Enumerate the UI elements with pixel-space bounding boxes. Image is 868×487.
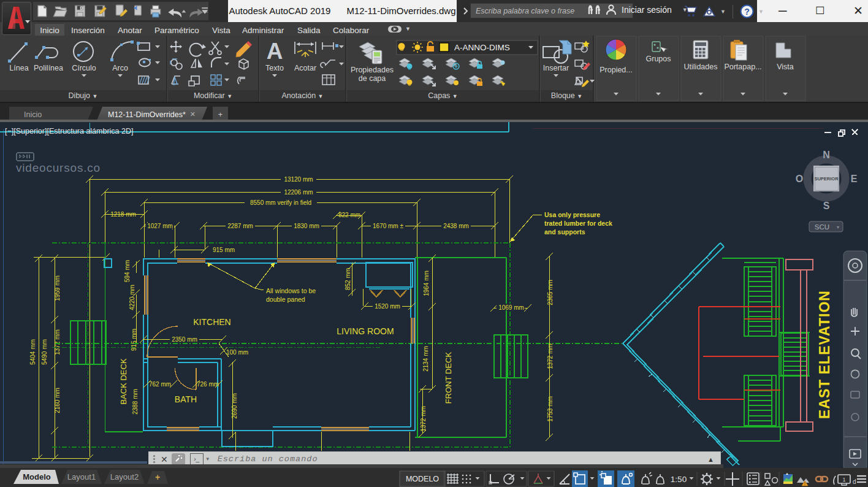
svg-text:1:50: 1:50 xyxy=(671,475,687,484)
svg-text:1959 mm: 1959 mm xyxy=(54,275,61,301)
svg-text:videocursos.co: videocursos.co xyxy=(16,161,101,174)
svg-text:MODELO: MODELO xyxy=(406,475,439,483)
svg-text:▾: ▾ xyxy=(837,224,839,230)
svg-text:2690 mm: 2690 mm xyxy=(231,393,238,419)
svg-text:1520 mm: 1520 mm xyxy=(375,303,400,310)
svg-text:2134 mm: 2134 mm xyxy=(422,346,429,372)
svg-text:KITCHEN: KITCHEN xyxy=(193,317,230,327)
svg-text:1372 mm: 1372 mm xyxy=(54,329,61,355)
svg-text:FRONT DECK: FRONT DECK xyxy=(444,352,453,404)
svg-text:1218 mm: 1218 mm xyxy=(110,211,136,218)
svg-text:S: S xyxy=(823,201,830,211)
svg-text:and supports: and supports xyxy=(544,228,585,236)
svg-text:2438 mm: 2438 mm xyxy=(443,223,469,229)
svg-text:double paned: double paned xyxy=(266,296,305,303)
svg-text:[−][Superior][Estructura alámb: [−][Superior][Estructura alámbrica 2D] xyxy=(5,127,133,136)
svg-text:1027 mm: 1027 mm xyxy=(147,223,173,229)
svg-text:2160 mm: 2160 mm xyxy=(54,388,61,413)
svg-text:SCU: SCU xyxy=(815,223,829,231)
svg-text:trated lumber for deck: trated lumber for deck xyxy=(544,220,612,227)
svg-text:All windows to be: All windows to be xyxy=(266,287,316,294)
svg-text:12206 mm: 12206 mm xyxy=(284,189,313,196)
svg-text:1372 mm: 1372 mm xyxy=(547,343,554,369)
svg-text:1830 mm: 1830 mm xyxy=(294,223,319,229)
svg-text:822 mm: 822 mm xyxy=(338,212,360,218)
svg-text:2350 mm: 2350 mm xyxy=(172,336,197,343)
svg-text:852 mm: 852 mm xyxy=(345,268,351,290)
svg-text:762 mm: 762 mm xyxy=(149,381,171,388)
svg-text:1753 mm: 1753 mm xyxy=(547,396,554,422)
svg-text:4220 mm: 4220 mm xyxy=(129,285,135,310)
svg-text:!: ! xyxy=(804,481,805,486)
svg-text:+: + xyxy=(155,472,160,482)
svg-text:1964 mm: 1964 mm xyxy=(423,270,430,296)
svg-text:5490 mm: 5490 mm xyxy=(41,339,48,365)
svg-text:13120 mm: 13120 mm xyxy=(284,176,313,183)
svg-text:915 mm: 915 mm xyxy=(213,247,235,253)
svg-text:5404 mm: 5404 mm xyxy=(29,339,36,365)
svg-text:LIVING ROOM: LIVING ROOM xyxy=(337,326,394,336)
svg-text:N: N xyxy=(823,150,830,160)
svg-text:2287 mm: 2287 mm xyxy=(227,223,253,229)
svg-text:E: E xyxy=(851,174,858,184)
svg-text:726 mm: 726 mm xyxy=(197,381,219,388)
svg-text:d: d xyxy=(853,478,856,485)
svg-text:1670 mm ±: 1670 mm ± xyxy=(373,223,403,229)
svg-text:100 mm: 100 mm xyxy=(226,349,248,356)
svg-text:Layout2: Layout2 xyxy=(110,472,139,481)
svg-text:EAST ELEVATION: EAST ELEVATION xyxy=(817,290,832,419)
svg-text:Modelo: Modelo xyxy=(23,472,51,481)
svg-text:O: O xyxy=(796,174,803,184)
svg-text:8550 mm verify in field: 8550 mm verify in field xyxy=(250,199,311,206)
svg-text:SUPERIOR: SUPERIOR xyxy=(814,176,839,182)
svg-text:2388 mm: 2388 mm xyxy=(132,389,139,415)
svg-text:Usa only pressure: Usa only pressure xyxy=(544,211,600,218)
svg-text:BACK DECK: BACK DECK xyxy=(119,358,128,404)
svg-text:594 mm: 594 mm xyxy=(124,260,131,282)
svg-text:1372 mm: 1372 mm xyxy=(420,406,427,432)
svg-text:BATH: BATH xyxy=(175,394,197,404)
svg-text:Layout1: Layout1 xyxy=(67,472,96,481)
svg-text:1: 1 xyxy=(842,477,845,483)
svg-text:1069 mm: 1069 mm xyxy=(498,304,524,311)
svg-text:2365 mm: 2365 mm xyxy=(547,280,554,305)
